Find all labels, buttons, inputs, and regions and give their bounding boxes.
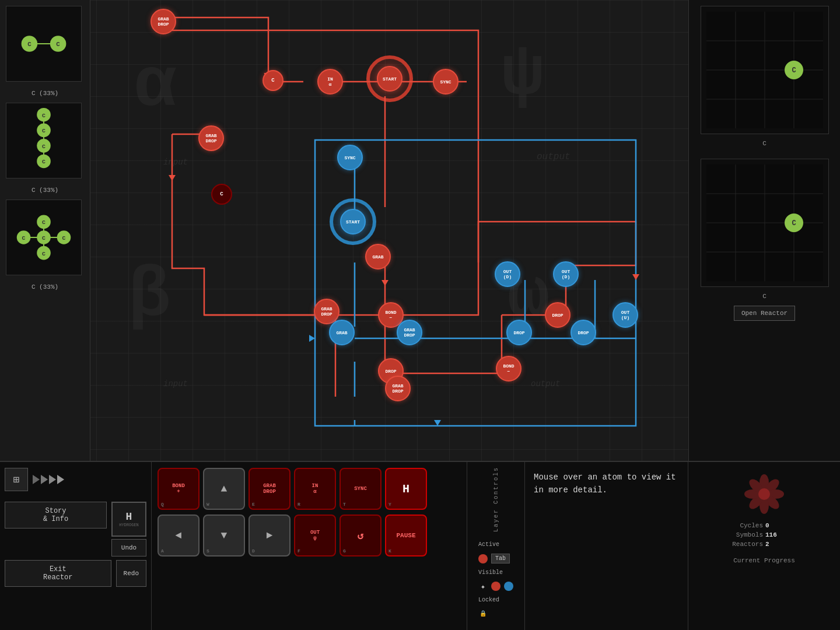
grab-drop-node-2[interactable]: GRABDROP (198, 125, 224, 151)
c-node-dark[interactable]: C (211, 184, 232, 205)
exit-reactor-button[interactable]: Exit Reactor (5, 560, 111, 587)
out-d-node-1[interactable]: OUT(D) (495, 261, 520, 287)
bottom-bar: ⊞ Story & Info H HYDROGEN Undo (0, 461, 840, 630)
svg-text:C: C (56, 41, 60, 48)
h-button[interactable]: H Y (385, 468, 427, 510)
redo-button[interactable]: Redo (116, 560, 146, 587)
rotate-button[interactable]: ↺ G (340, 514, 382, 556)
grab-node-2[interactable]: GRAB (329, 320, 355, 345)
sync-node-red[interactable]: SYNC (433, 69, 459, 94)
command-toolbar: BOND+ Q ▲W GRABDROP E INα R SYNC T H Y (152, 462, 467, 630)
start-node-blue[interactable]: START (340, 209, 366, 235)
view-toggle-button[interactable]: ⊞ (5, 468, 28, 491)
symbols-value: 116 (765, 531, 831, 538)
right-panel: C C C C Open Reactor (688, 0, 840, 461)
drop-node-3[interactable]: DROP (570, 320, 596, 345)
cycles-value: 0 (765, 522, 831, 529)
visible-red-dot[interactable] (491, 582, 501, 591)
out-psi-button[interactable]: OUTψ F (294, 514, 336, 556)
svg-text:C: C (42, 159, 46, 165)
c-node-1[interactable]: C (262, 70, 284, 91)
locked-label: Locked (478, 597, 499, 603)
info-panel: Mouse over an atom to view it in more de… (525, 462, 688, 630)
svg-text:C: C (62, 235, 66, 242)
stats-panel: Cycles 0 Symbols 116 Reactors 2 Current … (688, 462, 840, 630)
move-left-button[interactable]: ◄A (158, 514, 200, 556)
svg-text:C: C (42, 144, 46, 150)
layer-controls-panel: Layer Controls Active Tab Visible ✦ Lock… (467, 462, 525, 630)
current-progress-label: Current Progress (733, 557, 795, 564)
drop-node-1[interactable]: DROP (506, 320, 532, 345)
svg-text:C: C (792, 66, 796, 75)
visible-label: Visible (478, 569, 503, 576)
molecule-label-3: C (33%) (6, 284, 84, 290)
visible-layer-item: Visible (478, 569, 513, 576)
open-reactor-button[interactable]: Open Reactor (734, 306, 795, 321)
reactors-value: 2 (765, 541, 831, 548)
bond-plus-button[interactable]: BOND+ Q (158, 468, 200, 510)
story-exit-area: Story & Info H HYDROGEN Undo Exit Reacto… (0, 497, 151, 592)
grab-node-1[interactable]: GRAB (365, 244, 391, 270)
reactor-preview-2: C (701, 159, 829, 287)
active-red-dot[interactable] (478, 554, 488, 564)
bond-minus-node-2[interactable]: BOND− (496, 356, 522, 382)
start-node-red[interactable]: START (377, 66, 402, 92)
reactor-preview-1: C (701, 6, 829, 134)
drop-node-2[interactable]: DROP (545, 302, 570, 328)
cycles-label: Cycles (697, 522, 763, 529)
stats-grid: Cycles 0 Symbols 116 Reactors 2 (697, 522, 831, 548)
move-up-button[interactable]: ▲W (203, 468, 245, 510)
svg-text:C: C (27, 41, 32, 48)
top-controls: ⊞ (0, 462, 151, 497)
out-d-node-2[interactable]: OUT(D) (553, 261, 579, 287)
info-text: Mouse over an atom to view it in more de… (534, 471, 679, 497)
svg-text:C: C (792, 219, 796, 228)
start-ring-blue: START (330, 198, 376, 245)
story-info-button[interactable]: Story & Info (5, 502, 107, 528)
move-down-button[interactable]: ▼S (203, 514, 245, 556)
pause-button[interactable]: PAUSE K (385, 514, 427, 556)
sync-node-blue[interactable]: SYNC (337, 145, 363, 170)
active-layer-item: Active (478, 541, 513, 548)
cmd-row-1: BOND+ Q ▲W GRABDROP E INα R SYNC T H Y (158, 468, 461, 510)
molecule-label-2: C (33%) (6, 187, 84, 194)
grab-drop-node-4[interactable]: GRABDROP (397, 320, 422, 345)
svg-text:C: C (42, 235, 46, 242)
svg-text:C: C (22, 235, 26, 242)
visible-blue-dot[interactable] (504, 582, 513, 591)
undo-button[interactable]: Undo (111, 539, 146, 556)
hydrogen-display: H HYDROGEN (111, 502, 146, 537)
locked-layer-item: Locked (478, 597, 513, 603)
reactors-label: Reactors (697, 541, 763, 548)
active-label: Active (478, 541, 499, 548)
molecule-box-1: C C (6, 6, 82, 82)
layer-controls-title: Layer Controls (493, 467, 499, 532)
molecule-box-3: C C C C C (6, 200, 82, 275)
grab-drop-button[interactable]: GRABDROP E (249, 468, 290, 510)
start-ring-red: START (366, 55, 413, 102)
sync-button[interactable]: SYNC T (340, 468, 382, 510)
molecule-label-1: C (33%) (6, 90, 84, 97)
reactor-label-2: C (762, 293, 766, 300)
left-controls: ⊞ Story & Info H HYDROGEN Undo (0, 462, 152, 630)
grab-drop-node-1[interactable]: GRABDROP (150, 9, 176, 34)
svg-point-70 (758, 488, 770, 500)
hydrogen-label: HYDROGEN (119, 523, 139, 527)
move-right-button[interactable]: ►D (249, 514, 290, 556)
grab-drop-node-5[interactable]: GRABDROP (385, 376, 411, 401)
svg-text:C: C (42, 113, 46, 119)
in-alpha-node[interactable]: INα (317, 69, 343, 94)
symbols-label: Symbols (697, 531, 763, 538)
molecule-box-2: C C C C (6, 103, 82, 178)
cmd-row-2: ◄A ▼S ►D OUTψ F ↺ G PAUSE K (158, 514, 461, 556)
svg-text:C: C (42, 128, 46, 134)
svg-text:C: C (42, 219, 46, 226)
tab-indicator[interactable]: Tab (491, 554, 510, 564)
out-u-node[interactable]: OUT(U) (612, 302, 638, 328)
reactor-label-1: C (762, 140, 766, 147)
svg-text:C: C (42, 251, 46, 257)
game-area: C C C (33%) C C C C C (33%) (0, 0, 840, 461)
in-alpha-button[interactable]: INα R (294, 468, 336, 510)
flower-icon (741, 471, 788, 517)
left-molecule-panel: C C C (33%) C C C C C (33%) (0, 0, 90, 461)
